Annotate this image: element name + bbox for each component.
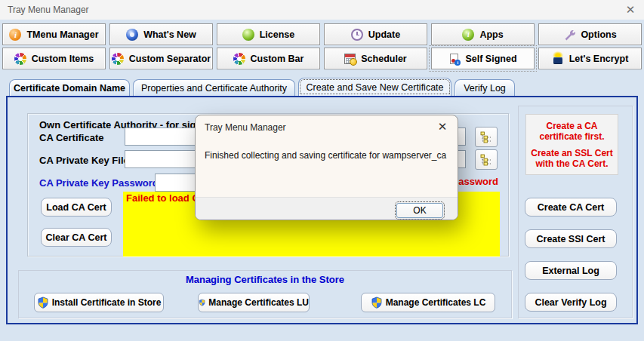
toolbar-button-label: What's New bbox=[143, 29, 196, 40]
toolbar-button-label: Scheduler bbox=[361, 54, 406, 64]
manage-certificates-lu-button[interactable]: Manage Certificates LU bbox=[198, 293, 310, 312]
ca-certificate-browse-button[interactable] bbox=[475, 127, 498, 147]
toolbar-button-label: Apps bbox=[479, 29, 503, 40]
tree-browse-icon bbox=[480, 131, 492, 143]
toolbar-button-label: Let's Encrypt bbox=[569, 54, 629, 64]
toolbar-update-button[interactable]: Update bbox=[324, 23, 427, 45]
ca-private-key-browse-button[interactable] bbox=[475, 149, 498, 170]
toolbar-apps-button[interactable]: Apps bbox=[431, 23, 535, 45]
certificate-notice-box: Create a CA certificate first. Create an… bbox=[525, 114, 618, 175]
tab-label: Certificate Domain Name bbox=[14, 83, 125, 94]
ca-certificate-label: CA Certificate bbox=[39, 132, 103, 143]
tab-verify-log[interactable]: Verify Log bbox=[454, 79, 515, 96]
button-label: Load CA Cert bbox=[46, 202, 106, 213]
external-log-button[interactable]: External Log bbox=[525, 261, 617, 280]
toolbar-license-button[interactable]: License bbox=[217, 23, 320, 45]
toolbar-button-label: Self Signed bbox=[465, 54, 516, 64]
store-section-title: Managing Certificates in the Store bbox=[18, 274, 512, 285]
toolbar-button-label: Custom Bar bbox=[251, 54, 304, 64]
toolbar-button-label: License bbox=[260, 29, 295, 40]
button-label: Manage Certificates LC bbox=[386, 297, 486, 308]
green-info-sphere-icon bbox=[462, 29, 474, 41]
toolbar-custom-items-button[interactable]: Custom Items bbox=[2, 48, 106, 69]
button-label: Clear CA Cert bbox=[46, 232, 107, 243]
ca-private-key-file-label: CA Private Key File bbox=[39, 155, 129, 166]
toolbar-options-button[interactable]: Options bbox=[538, 23, 642, 45]
button-label: Create SSl Cert bbox=[536, 234, 605, 244]
button-label: Manage Certificates LU bbox=[208, 297, 309, 308]
dialog-message: Finished collecting and saving certifica… bbox=[205, 150, 453, 161]
dialog-title: Tray Menu Manager bbox=[205, 122, 286, 133]
clock-icon bbox=[351, 29, 363, 41]
window-title: Tray Menu Manager bbox=[8, 5, 89, 15]
close-icon[interactable]: ✕ bbox=[623, 2, 638, 17]
shield-icon bbox=[371, 296, 383, 309]
toolbar-lets-encrypt-button[interactable]: Let's Encrypt bbox=[538, 48, 642, 69]
color-wheel-icon bbox=[112, 53, 124, 65]
color-wheel-icon bbox=[233, 53, 245, 65]
tab-certificate-domain-name[interactable]: Certificate Domain Name bbox=[9, 79, 130, 96]
toolbar-scheduler-button[interactable]: Scheduler bbox=[324, 48, 427, 69]
ok-button[interactable]: OK bbox=[396, 203, 443, 218]
button-label: Install Certificate in Store bbox=[52, 297, 162, 308]
message-dialog: Tray Menu Manager ✕ Finished collecting … bbox=[195, 115, 458, 220]
toolbar-whats-new-button[interactable]: What's New bbox=[109, 23, 213, 45]
create-ssl-cert-button[interactable]: Create SSl Cert bbox=[525, 229, 617, 248]
toolbar-custom-bar-button[interactable]: Custom Bar bbox=[217, 48, 320, 69]
toolbar-button-label: TMenu Manager bbox=[26, 29, 98, 40]
install-certificate-in-store-button[interactable]: Install Certificate in Store bbox=[34, 293, 164, 312]
calendar-icon bbox=[344, 54, 356, 64]
toolbar-button-label: Custom Separator bbox=[129, 54, 211, 64]
tab-properties-and-certificate-authority[interactable]: Properties and Certificate Authority bbox=[133, 79, 295, 96]
padlock-icon bbox=[552, 53, 564, 65]
notice-line-2: Create an SSL Cert with the CA Cert. bbox=[528, 148, 616, 169]
tab-label: Create and Save New Certificate bbox=[306, 82, 443, 93]
clear-verify-log-button[interactable]: Clear Verify Log bbox=[525, 293, 617, 312]
toolbar-custom-separator-button[interactable]: Custom Separator bbox=[109, 48, 213, 69]
certificate-icon bbox=[450, 54, 458, 64]
load-ca-cert-button[interactable]: Load CA Cert bbox=[41, 198, 112, 217]
toolbar-self-signed-button[interactable]: Self Signed bbox=[431, 48, 535, 69]
app-window: { "window": { "title": "Tray Menu Manage… bbox=[0, 0, 644, 341]
clear-ca-cert-button[interactable]: Clear CA Cert bbox=[41, 228, 112, 247]
toolbar-tmenu-manager-button[interactable]: TMenu Manager bbox=[2, 23, 106, 45]
toolbar-button-label: Options bbox=[581, 29, 616, 40]
button-label: Create CA Cert bbox=[538, 202, 604, 213]
button-label: Clear Verify Log bbox=[535, 297, 606, 308]
toolbar-button-label: Update bbox=[368, 29, 400, 40]
wrench-icon bbox=[563, 29, 575, 41]
tab-create-and-save-new-certificate[interactable]: Create and Save New Certificate bbox=[298, 78, 451, 96]
notice-line-1: Create a CA certificate first. bbox=[528, 121, 616, 142]
button-label: External Log bbox=[542, 266, 599, 276]
title-bar: Tray Menu Manager ✕ bbox=[0, 0, 644, 20]
create-ca-cert-button[interactable]: Create CA Cert bbox=[525, 198, 617, 217]
shield-icon bbox=[37, 296, 49, 309]
ca-error-text: Failed to load O bbox=[126, 192, 200, 204]
manage-certificates-lc-button[interactable]: Manage Certificates LC bbox=[361, 293, 495, 312]
ca-private-key-password-label: CA Private Key Password bbox=[39, 177, 159, 189]
info-icon bbox=[9, 29, 21, 41]
toolbar-button-label: Custom Items bbox=[32, 54, 94, 64]
green-sphere-icon bbox=[242, 29, 254, 41]
tab-label: Verify Log bbox=[464, 83, 506, 94]
tab-label: Properties and Certificate Authority bbox=[141, 83, 287, 94]
tree-browse-icon bbox=[480, 154, 492, 166]
blue-sphere-icon bbox=[126, 29, 138, 41]
color-wheel-icon bbox=[14, 53, 26, 65]
dialog-close-icon[interactable]: ✕ bbox=[435, 119, 450, 134]
shield-icon bbox=[199, 296, 205, 309]
